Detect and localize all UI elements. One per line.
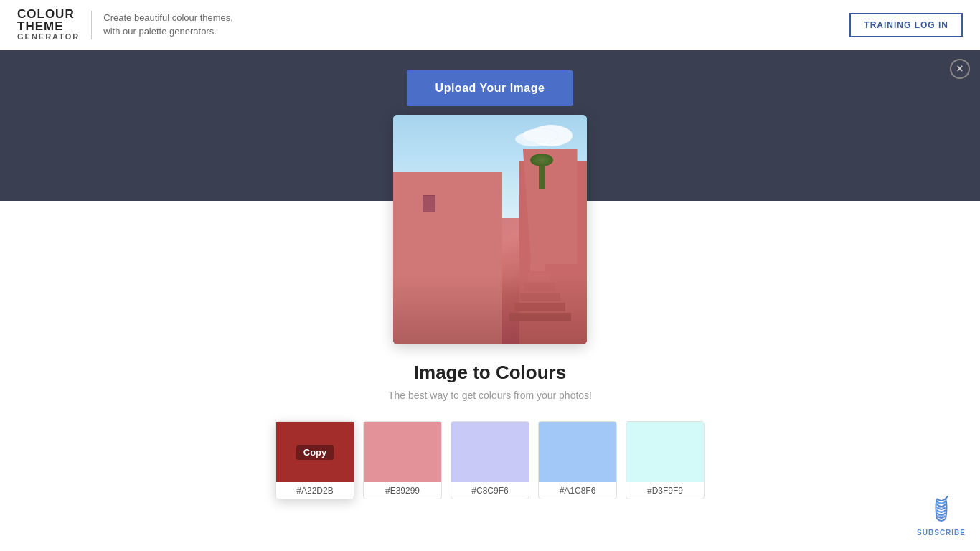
swatch-hex-value: #A1C8F6	[560, 482, 596, 499]
logo-title: COLOURTHEME	[17, 8, 75, 32]
upload-image-button[interactable]: Upload Your Image	[407, 70, 574, 106]
swatch-card[interactable]: #A1C8F6	[538, 421, 617, 499]
swatch-color	[364, 422, 441, 482]
uploaded-image	[393, 115, 587, 344]
tagline-line1: Create beautiful colour themes,	[103, 12, 233, 23]
swatch-color: Copy	[276, 422, 354, 482]
swatch-hex-value: #C8C9F6	[471, 482, 508, 499]
section-title: Image to Colours	[414, 362, 566, 384]
tagline-line2: with our palette generators.	[103, 26, 217, 37]
swatch-card[interactable]: Copy#A22D2B	[275, 421, 354, 499]
swatch-hex-value: #D3F9F9	[647, 482, 683, 499]
shadow-overlay	[393, 276, 587, 344]
training-login-button[interactable]: TRAINING LOG IN	[849, 13, 963, 37]
subscribe-corner[interactable]: SUBSCRIBE	[917, 493, 966, 537]
cloud-layer	[522, 128, 558, 143]
subscribe-icon	[924, 493, 958, 527]
close-button[interactable]: ×	[950, 59, 970, 79]
swatch-color	[451, 422, 529, 482]
header-divider	[91, 11, 92, 39]
subscribe-label: SUBSCRIBE	[917, 529, 966, 537]
swatch-color	[539, 422, 616, 482]
swatch-card[interactable]: #D3F9F9	[626, 421, 705, 499]
swatch-color	[626, 422, 704, 482]
main-content: Image to Colours The best way to get col…	[0, 201, 980, 528]
palm-tree	[539, 161, 545, 189]
swatch-card[interactable]: #E39299	[363, 421, 442, 499]
window-element	[423, 195, 435, 212]
image-canvas	[393, 115, 587, 344]
swatches-row: Copy#A22D2B#E39299#C8C9F6#A1C8F6#D3F9F9	[275, 421, 705, 499]
header: COLOURTHEME GENERATOR Create beautiful c…	[0, 0, 980, 50]
swatch-hex-value: #A22D2B	[296, 482, 333, 499]
header-left: COLOURTHEME GENERATOR Create beautiful c…	[17, 8, 233, 41]
header-tagline: Create beautiful colour themes, with our…	[103, 11, 233, 37]
swatch-copy-label[interactable]: Copy	[296, 445, 334, 460]
section-subtitle: The best way to get colours from your ph…	[388, 390, 592, 401]
swatch-card[interactable]: #C8C9F6	[451, 421, 529, 499]
logo-block: COLOURTHEME GENERATOR	[17, 8, 80, 41]
logo-subtitle: GENERATOR	[17, 32, 80, 41]
stair-6	[530, 263, 545, 271]
swatch-hex-value: #E39299	[385, 482, 420, 499]
